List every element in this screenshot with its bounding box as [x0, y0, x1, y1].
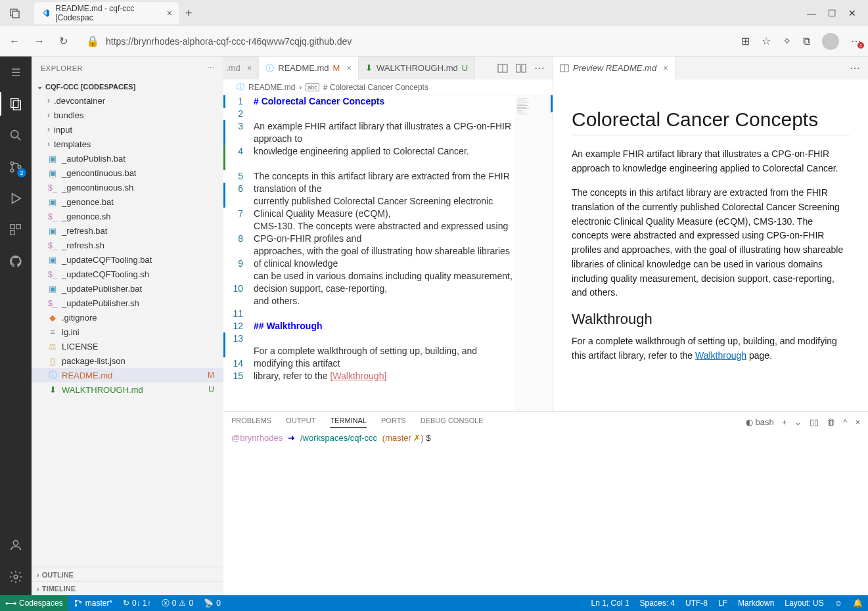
code-editor[interactable]: 123456789101112131415 # Colorectal Cance… — [223, 95, 553, 411]
breadcrumb[interactable]: ⓘ README.md › abc # Colorectal Cancer Co… — [223, 79, 553, 95]
maximize-icon[interactable]: ☐ — [828, 8, 836, 18]
browser-tab[interactable]: README.md - cqf-ccc [Codespac × — [34, 2, 179, 24]
svg-marker-9 — [12, 194, 21, 204]
source-control-icon[interactable]: 2 — [7, 158, 25, 176]
language-mode[interactable]: Markdown — [733, 599, 779, 608]
more-button[interactable]: ⋯1 — [851, 35, 861, 47]
file-README.md[interactable]: ⓘREADME.mdM — [32, 368, 223, 382]
refresh-button[interactable]: ↻ — [57, 32, 70, 50]
file-_genonce.sh[interactable]: $__genonce.sh — [32, 209, 223, 223]
panel-tab-terminal[interactable]: TERMINAL — [330, 417, 367, 428]
profile-avatar[interactable] — [822, 33, 839, 50]
terminal-chevron-icon[interactable]: ⌄ — [794, 417, 802, 427]
extensions-icon[interactable]: ⊞ — [741, 35, 750, 47]
maximize-panel-icon[interactable]: ^ — [843, 417, 847, 427]
address-bar[interactable]: 🔒 https://brynrhodes-alphora-cqf-ccc-r46… — [80, 31, 732, 52]
favorites-icon[interactable]: ☆ — [762, 35, 771, 47]
shell-indicator[interactable]: ◐ bash — [746, 417, 774, 427]
file-WALKTHROUGH.md[interactable]: ⬇WALKTHROUGH.mdU — [32, 382, 223, 397]
preview-tab[interactable]: Preview README.md × — [553, 57, 675, 79]
new-tab-button[interactable]: + — [179, 7, 199, 20]
back-button[interactable]: ← — [7, 33, 22, 50]
branch-indicator[interactable]: master* — [68, 599, 118, 608]
file-_updatePublisher.sh[interactable]: $__updatePublisher.sh — [32, 296, 223, 310]
tab-more-icon[interactable]: ⋯ — [534, 62, 545, 74]
panel-tab-ports[interactable]: PORTS — [381, 417, 406, 427]
file-.gitignore[interactable]: ◆.gitignore — [32, 310, 223, 325]
close-panel-icon[interactable]: × — [855, 417, 860, 427]
account-icon[interactable] — [7, 536, 25, 554]
file-package-list.json[interactable]: {}package-list.json — [32, 353, 223, 368]
editor-tab-overflow[interactable]: .md× — [223, 57, 259, 79]
layout-indicator[interactable]: Layout: US — [779, 599, 829, 608]
github-icon[interactable] — [7, 252, 25, 271]
debug-icon[interactable] — [7, 189, 25, 208]
close-preview-icon[interactable]: × — [663, 63, 668, 73]
panel-tab-debug[interactable]: DEBUG CONSOLE — [421, 417, 484, 427]
timeline-section[interactable]: ›TIMELINE — [32, 581, 223, 595]
remote-indicator[interactable]: ⟷ Codespaces — [0, 595, 68, 611]
file-_gencontinuous.sh[interactable]: $__gencontinuous.sh — [32, 180, 223, 194]
file-_refresh.sh[interactable]: $__refresh.sh — [32, 238, 223, 252]
search-icon[interactable] — [7, 126, 25, 145]
folder-root[interactable]: ⌄ CQF-CCC [CODESPACES] — [32, 79, 223, 93]
file-_updatePublisher.bat[interactable]: ▣_updatePublisher.bat — [32, 281, 223, 296]
trash-icon[interactable]: 🗑 — [827, 417, 835, 427]
terminal[interactable]: @brynrhodes ➜ /workspaces/cqf-ccc (maste… — [223, 432, 868, 595]
ports-indicator[interactable]: 📡 0 — [198, 599, 226, 608]
minimap[interactable]: ▬▬▬▬▬▬▬▬▬▬▬▬▬▬▬▬▬▬▬▬▬▬▬▬▬▬▬▬▬▬▬▬▬▬▬▬▬▬▬▬… — [514, 95, 553, 411]
preview-more-icon[interactable]: ⋯ — [850, 62, 860, 74]
file-ig.ini[interactable]: ≡ig.ini — [32, 325, 223, 339]
eol[interactable]: LF — [713, 599, 733, 608]
browser-tab-title: README.md - cqf-ccc [Codespac — [55, 4, 162, 22]
tab-close-icon[interactable]: × — [167, 8, 172, 18]
sync-indicator[interactable]: ↻ 0↓ 1↑ — [118, 599, 156, 608]
split-editor-icon[interactable] — [516, 63, 526, 74]
cursor-position[interactable]: Ln 1, Col 1 — [586, 599, 635, 608]
split-terminal-icon[interactable]: ▯▯ — [810, 417, 819, 427]
file-_refresh.bat[interactable]: ▣_refresh.bat — [32, 223, 223, 238]
explorer-icon[interactable] — [7, 95, 25, 113]
folder-templates[interactable]: ›templates — [32, 137, 223, 151]
file-_gencontinuous.bat[interactable]: ▣_gencontinuous.bat — [32, 166, 223, 180]
extensions-activity-icon[interactable] — [7, 221, 25, 239]
editor-tab-readme[interactable]: ⓘ README.md M × — [259, 57, 359, 79]
close-tab-icon[interactable]: × — [346, 63, 352, 73]
markdown-preview: Colorectal Cancer Concepts An example FH… — [553, 95, 868, 411]
editor-tab-walkthrough[interactable]: ⬇ WALKTHROUGH.md U — [359, 57, 475, 79]
preview-h2: Walkthrough — [572, 311, 850, 328]
notifications-icon[interactable]: 🔔 — [848, 599, 868, 608]
file-_autoPublish.bat[interactable]: ▣_autoPublish.bat — [32, 151, 223, 166]
tab-actions-icon[interactable] — [0, 8, 30, 18]
collections-icon[interactable]: ⧉ — [803, 35, 810, 47]
settings-gear-icon[interactable] — [7, 568, 25, 586]
outline-section[interactable]: ›OUTLINE — [32, 568, 223, 581]
folder-input[interactable]: ›input — [32, 122, 223, 137]
file-_genonce.bat[interactable]: ▣_genonce.bat — [32, 194, 223, 209]
svg-rect-12 — [11, 231, 14, 235]
explorer-more-icon[interactable]: ⋯ — [207, 64, 215, 72]
minimize-icon[interactable]: — — [807, 8, 816, 18]
panel-tab-problems[interactable]: PROBLEMS — [231, 417, 271, 427]
new-terminal-icon[interactable]: + — [782, 417, 787, 427]
open-preview-icon[interactable] — [497, 63, 508, 74]
folder-.devcontainer[interactable]: ›.devcontainer — [32, 93, 223, 108]
indentation[interactable]: Spaces: 4 — [635, 599, 680, 608]
file-_updateCQFTooling.sh[interactable]: $__updateCQFTooling.sh — [32, 267, 223, 281]
remote-icon: ⟷ — [5, 599, 16, 608]
folder-bundles[interactable]: ›bundles — [32, 108, 223, 122]
file-LICENSE[interactable]: ⚖LICENSE — [32, 339, 223, 353]
file-_updateCQFTooling.bat[interactable]: ▣_updateCQFTooling.bat — [32, 252, 223, 267]
panel-tab-output[interactable]: OUTPUT — [286, 417, 315, 427]
close-icon[interactable]: ✕ — [848, 8, 856, 18]
feedback-icon[interactable]: ☺ — [829, 599, 848, 608]
forward-button[interactable]: → — [32, 33, 47, 50]
encoding[interactable]: UTF-8 — [680, 599, 713, 608]
reading-list-icon[interactable]: ✧ — [783, 35, 791, 47]
problems-indicator[interactable]: ⓧ 0 ⚠ 0 — [156, 598, 198, 609]
svg-point-13 — [13, 541, 18, 545]
walkthrough-link[interactable]: Walkthrough — [695, 350, 746, 361]
menu-icon[interactable]: ☰ — [7, 63, 25, 81]
svg-rect-1 — [12, 11, 19, 18]
scm-badge: 2 — [17, 168, 26, 177]
